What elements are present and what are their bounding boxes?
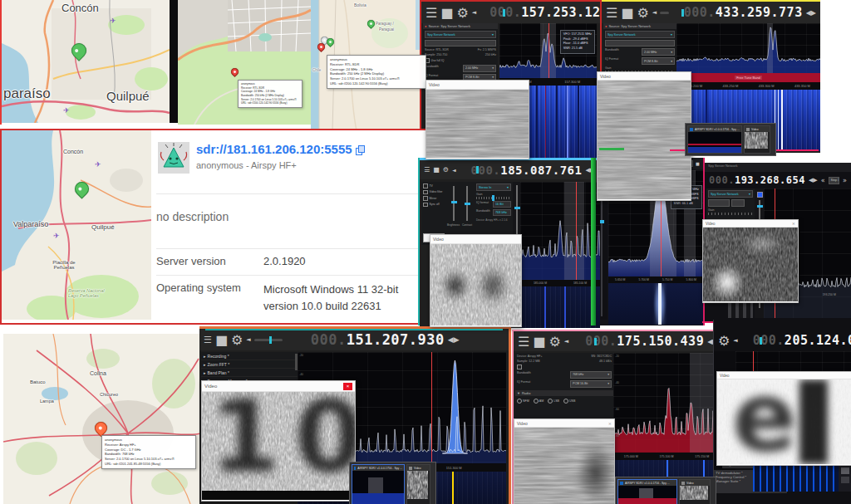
bandwidth-row[interactable]: Bandwidth768 kHz: [475, 209, 513, 216]
dropdown-value[interactable]: PCM 16-Bit▾: [570, 380, 612, 388]
scroll-strip[interactable]: [839, 465, 851, 492]
connect-button[interactable]: [708, 199, 730, 207]
stop-icon[interactable]: ■: [621, 5, 633, 21]
video-window-175[interactable]: Video×: [514, 418, 615, 504]
plugin-zoom-fft[interactable]: ▸Zoom FFT *: [201, 360, 298, 369]
dropdown-value[interactable]: PCM 8-Bit▾: [642, 57, 675, 65]
taskbar-preview-video[interactable]: Video: [679, 479, 711, 504]
close-icon[interactable]: ×: [608, 421, 612, 426]
spectrum-157[interactable]: VFO: 157.2511 MHz Peak: -29.4 dBFS Floor…: [499, 23, 597, 78]
frequency-scale[interactable]: 175.000 M 175.100 M 175.150 M: [613, 453, 720, 460]
menu-icon[interactable]: ☰: [518, 334, 529, 350]
taskbar-preview-sdr[interactable]: AIRSPY SDR# v1.0.0.1756 - Spy ...: [617, 479, 677, 504]
dropdown-row[interactable]: Bandwidth768 kHz▾: [515, 371, 613, 379]
tune-arrows-icon[interactable]: ◀▶: [806, 9, 816, 17]
mirror-checkbox[interactable]: Mirror: [423, 196, 473, 201]
iq-format-value[interactable]: 16 Bit: [493, 201, 511, 208]
stereo-select[interactable]: Stereo In▾: [476, 183, 511, 191]
video-titlebar[interactable]: Video×: [514, 419, 614, 428]
agc-checkbox[interactable]: [757, 192, 763, 198]
taskbar-preview-video[interactable]: Video: [744, 125, 770, 154]
dropdown-row[interactable]: Bandwidth2.00 MHz▾: [423, 65, 498, 72]
taskbar-preview-popup[interactable]: AIRSPY SDR# v1.0.0.1756 - Spy ... Video: [349, 462, 436, 504]
frequency-display[interactable]: 000.151.207.930: [311, 331, 445, 348]
gain-row[interactable]: Gain: [603, 66, 676, 70]
taskbar-preview-popup[interactable]: AIRSPY SDR# v1.0.0.1756 - Spy ... Video: [685, 123, 776, 156]
taskbar-preview-popup[interactable]: AIRSPY SDR# v1.0.0.1756 - Spy ... Video: [615, 477, 716, 504]
spectrum-433[interactable]: [676, 23, 820, 73]
panel-header[interactable]: ●Source: Spy Server Network: [603, 23, 676, 29]
video-window-157[interactable]: Video: [426, 80, 529, 159]
video-titlebar[interactable]: Video: [717, 372, 851, 379]
taskbar-preview-sdr[interactable]: AIRSPY SDR# v1.0.0.1756 - Spy ...: [687, 125, 742, 154]
speaker-icon[interactable]: ◄: [246, 336, 250, 343]
gear-icon[interactable]: ⚙: [231, 332, 243, 348]
volume-slider[interactable]: [660, 12, 669, 14]
video-filter-checkbox[interactable]: Video filter: [423, 190, 473, 195]
speaker-icon[interactable]: ◄: [452, 167, 456, 173]
video-window-151[interactable]: Video × 10: [201, 380, 356, 502]
speaker-icon[interactable]: ◄: [733, 337, 737, 344]
panel-header[interactable]: ●Source: Spy Server Network: [423, 23, 498, 29]
waterfall-5747[interactable]: [608, 283, 703, 325]
menu-icon[interactable]: ☰: [606, 5, 617, 21]
browse-button[interactable]: [731, 199, 745, 207]
map-valparaiso-zoom[interactable]: Concón paraíso Quilpué ✈ ✈: [2, 0, 170, 123]
source-select[interactable]: Spy Server Network▾: [605, 31, 675, 38]
radio-section-header[interactable]: ▼Radio: [515, 390, 613, 396]
close-icon[interactable]: ×: [792, 221, 795, 226]
video-titlebar[interactable]: Video×: [703, 220, 798, 228]
volume-slider[interactable]: [254, 339, 283, 341]
plugin-recording[interactable]: ▸Recording *: [201, 352, 298, 360]
speaker-icon[interactable]: ◄: [652, 9, 657, 16]
menu-icon[interactable]: ☰: [424, 166, 430, 174]
mode-nfm[interactable]: NFM: [517, 399, 529, 404]
video-titlebar[interactable]: Video ×: [202, 381, 355, 392]
option-checkbox[interactable]: [517, 365, 612, 369]
stop-icon[interactable]: ■: [433, 166, 440, 174]
bandwidth-value[interactable]: 768 kHz: [493, 209, 511, 216]
gain-slider[interactable]: [476, 197, 511, 199]
dropdown-value[interactable]: 2.00 MHz▾: [463, 65, 496, 72]
tv-checkbox[interactable]: TV: [423, 183, 473, 188]
video-window-205[interactable]: Video e: [716, 371, 851, 466]
url-combo[interactable]: [425, 40, 496, 46]
plugin-band-plan[interactable]: ▸Band Plan *: [201, 369, 298, 377]
gear-icon[interactable]: ⚙: [637, 5, 648, 21]
dropdown-row[interactable]: IQ FormatPCM 8-Bit▾: [603, 57, 676, 65]
stop-icon[interactable]: ■: [215, 332, 228, 348]
frequency-scale[interactable]: 185.000 M 185.100 M: [520, 280, 600, 286]
iq-format-row[interactable]: IQ format16 Bit: [475, 201, 513, 208]
spectrum-175[interactable]: -20-40-60-80: [613, 353, 720, 453]
map-city-zoom[interactable]: anonymous Receiver: RTL-SDR Coverage: 24…: [178, 0, 311, 125]
url-combo[interactable]: [605, 40, 675, 46]
video-window-185[interactable]: Video: [430, 234, 522, 327]
waterfall-205[interactable]: [753, 465, 839, 492]
close-button[interactable]: ×: [343, 383, 352, 390]
waterfall-185[interactable]: [520, 286, 600, 328]
dropdown-value[interactable]: 2.00 MHz▾: [642, 48, 675, 56]
gear-icon[interactable]: ⚙: [456, 5, 468, 21]
video-window-193[interactable]: Video×: [702, 219, 799, 303]
copy-icon[interactable]: [356, 145, 364, 154]
gain-slider[interactable]: [708, 213, 753, 215]
stop-icon[interactable]: ■: [440, 5, 453, 21]
mode-am[interactable]: AM: [534, 399, 544, 404]
frequency-display[interactable]: 000.433.259.773: [684, 5, 803, 20]
brightness-slider[interactable]: [453, 186, 455, 221]
step-select[interactable]: Step 100 kHz▾: [829, 177, 840, 184]
stop-icon[interactable]: ■: [533, 334, 545, 350]
dropdown-row[interactable]: IQ FormatPCM 16-Bit▾: [515, 380, 613, 388]
frequency-display[interactable]: 000.185.087.761: [471, 164, 583, 177]
frequency-scale[interactable]: 5.650 M 5.700 M 5.750 M 5.800 M: [608, 276, 703, 283]
taskbar-preview-sdr[interactable]: AIRSPY SDR# v1.0.0.1756 - Spy ...: [352, 464, 405, 504]
frequency-display[interactable]: 000.193.268.654: [709, 174, 805, 186]
use-full-iq-checkbox[interactable]: Use full IQ: [425, 58, 496, 63]
dropdown-value[interactable]: 768 kHz▾: [570, 371, 612, 379]
mode-lsb[interactable]: LSB: [548, 399, 559, 404]
record-icon[interactable]: ■: [696, 161, 700, 166]
video-titlebar[interactable]: Video: [426, 81, 529, 90]
gear-icon[interactable]: ⚙: [548, 334, 560, 350]
skip-forward-icon[interactable]: »: [843, 177, 847, 184]
menu-icon[interactable]: ☰: [426, 5, 437, 21]
